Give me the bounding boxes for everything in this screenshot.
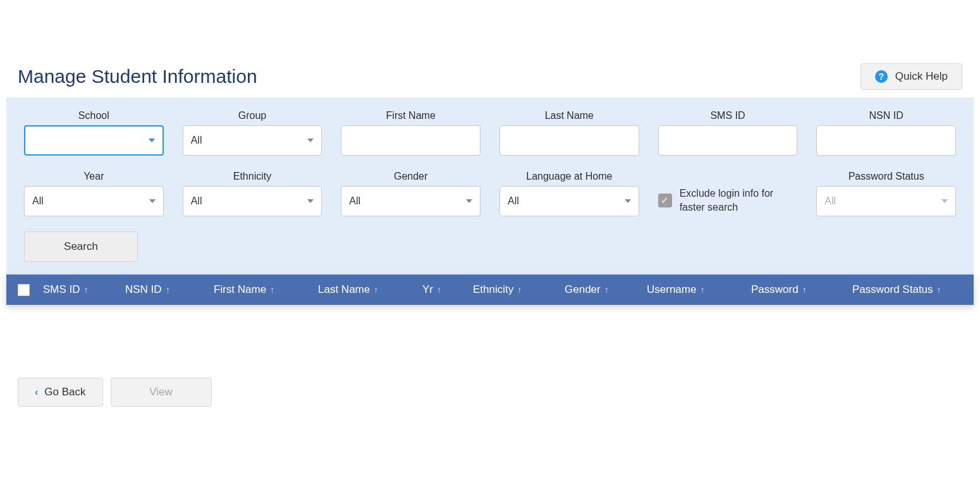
- gender-value: All: [349, 195, 360, 207]
- col-yr[interactable]: Yr ↑: [422, 283, 473, 296]
- gender-label: Gender: [394, 171, 427, 182]
- ethnicity-value: All: [191, 195, 202, 207]
- nsn-id-label: NSN ID: [869, 110, 903, 121]
- col-password[interactable]: Password ↑: [751, 283, 852, 296]
- sort-arrow-icon: ↑: [374, 285, 378, 295]
- chevron-down-icon: [466, 199, 472, 203]
- group-label: Group: [238, 110, 266, 121]
- first-name-label: First Name: [386, 110, 436, 121]
- gender-select[interactable]: All: [341, 186, 481, 216]
- chevron-left-icon: ‹: [35, 386, 38, 398]
- page-title: Manage Student Information: [18, 66, 257, 87]
- go-back-label: Go Back: [44, 386, 85, 398]
- school-select[interactable]: [24, 125, 164, 156]
- col-password-status[interactable]: Password Status ↑: [852, 283, 962, 296]
- sort-arrow-icon: ↑: [517, 285, 522, 295]
- select-all-checkbox[interactable]: [18, 284, 30, 296]
- year-select[interactable]: All: [24, 186, 164, 216]
- password-status-select[interactable]: All: [816, 186, 956, 216]
- year-value: All: [32, 195, 44, 207]
- search-button[interactable]: Search: [24, 232, 138, 262]
- col-gender[interactable]: Gender ↑: [565, 283, 647, 296]
- password-status-value: All: [824, 195, 836, 207]
- filter-panel: School Group All First Name Last Name: [6, 97, 974, 275]
- sms-id-label: SMS ID: [710, 110, 745, 121]
- language-label: Language at Home: [526, 171, 612, 182]
- col-last-name[interactable]: Last Name ↑: [318, 283, 422, 296]
- view-label: View: [149, 386, 173, 398]
- sort-arrow-icon: ↑: [166, 285, 170, 295]
- sms-id-input[interactable]: [658, 125, 798, 156]
- password-status-label: Password Status: [848, 171, 924, 182]
- group-select[interactable]: All: [183, 125, 322, 156]
- sort-arrow-icon: ↑: [937, 285, 941, 295]
- go-back-button[interactable]: ‹ Go Back: [18, 378, 103, 407]
- sort-arrow-icon: ↑: [604, 285, 609, 295]
- last-name-input[interactable]: [499, 125, 639, 156]
- sort-arrow-icon: ↑: [437, 285, 441, 295]
- help-icon: ?: [875, 70, 888, 83]
- chevron-down-icon: [307, 199, 314, 203]
- col-ethnicity[interactable]: Ethnicity ↑: [473, 283, 565, 296]
- col-nsn-id[interactable]: NSN ID ↑: [125, 283, 214, 296]
- sort-arrow-icon: ↑: [802, 285, 807, 295]
- ethnicity-select[interactable]: All: [183, 186, 322, 216]
- language-value: All: [508, 195, 519, 207]
- sort-arrow-icon: ↑: [84, 285, 89, 295]
- chevron-down-icon: [625, 199, 631, 203]
- sort-arrow-icon: ↑: [270, 285, 274, 295]
- exclude-login-label: Exclude login info for faster search: [680, 187, 798, 214]
- quick-help-label: Quick Help: [895, 70, 948, 83]
- nsn-id-input[interactable]: [816, 125, 956, 156]
- language-select[interactable]: All: [499, 186, 639, 216]
- quick-help-button[interactable]: ? Quick Help: [861, 63, 962, 90]
- last-name-label: Last Name: [545, 110, 594, 121]
- exclude-login-checkbox[interactable]: ✓: [658, 194, 672, 207]
- table-header: SMS ID ↑ NSN ID ↑ First Name ↑ Last Name…: [6, 275, 974, 305]
- col-first-name[interactable]: First Name ↑: [214, 283, 318, 296]
- year-label: Year: [83, 171, 104, 182]
- school-label: School: [78, 110, 109, 121]
- sort-arrow-icon: ↑: [700, 285, 704, 295]
- ethnicity-label: Ethnicity: [233, 171, 271, 182]
- chevron-down-icon: [149, 199, 156, 203]
- chevron-down-icon: [307, 139, 314, 142]
- group-value: All: [191, 135, 202, 146]
- col-username[interactable]: Username ↑: [647, 283, 751, 296]
- first-name-input[interactable]: [341, 125, 481, 156]
- chevron-down-icon: [941, 199, 948, 203]
- view-button[interactable]: View: [111, 378, 212, 407]
- chevron-down-icon: [149, 139, 155, 142]
- col-sms-id[interactable]: SMS ID ↑: [43, 283, 125, 296]
